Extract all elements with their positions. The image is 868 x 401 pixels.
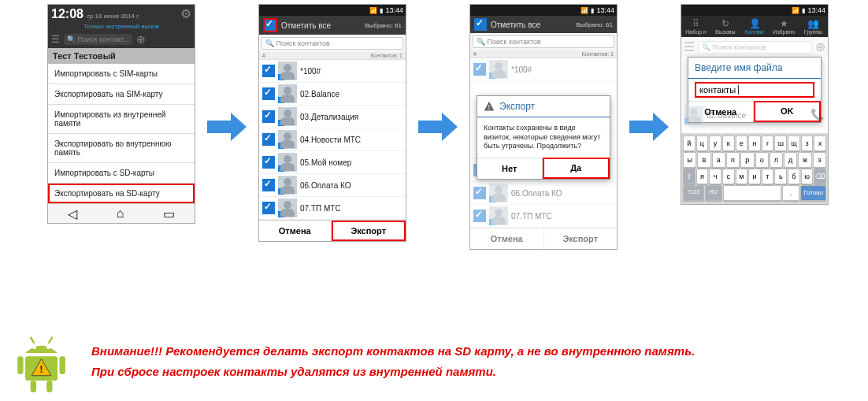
key[interactable]: м [736, 169, 748, 184]
lang-key[interactable]: RU [705, 185, 722, 201]
recent-icon[interactable]: ▭ [163, 206, 175, 221]
search-input[interactable]: 🔍 Поиск контактов [262, 37, 403, 50]
key[interactable]: б [788, 169, 800, 184]
cancel-button[interactable]: Отмена [259, 221, 332, 241]
avatar [278, 199, 297, 217]
key[interactable]: ц [696, 136, 709, 151]
search-input[interactable]: 🔍 Поиск контактов [473, 35, 614, 48]
key[interactable]: й [683, 136, 696, 151]
search-row: 🔍 Поиск контактов [470, 33, 617, 50]
filename-input[interactable]: контакты [695, 82, 814, 98]
dialog-title: Введите имя файла [688, 58, 821, 79]
done-key[interactable]: Готово [800, 185, 826, 201]
contact-row[interactable]: 05.Мой номер [259, 151, 406, 174]
list-icon[interactable]: ☰ [684, 39, 695, 54]
battery-icon: ▮ [380, 7, 383, 14]
avatar [278, 130, 297, 149]
key[interactable]: а [712, 152, 725, 168]
key[interactable]: у [709, 136, 721, 151]
contact-row[interactable]: 02.Balance [259, 83, 406, 106]
menu-import-sim[interactable]: Импортировать с SIM-карты [48, 64, 195, 84]
contact-row[interactable]: 07.ТП МТС [259, 197, 406, 220]
person-icon: 👤 [740, 18, 769, 29]
key[interactable]: в [697, 152, 710, 168]
clock: 12:08 [51, 7, 83, 21]
footer-buttons: Отмена Экспорт [259, 220, 406, 241]
checkbox[interactable] [262, 156, 275, 169]
search-input[interactable]: 🔍 Поиск контакт... [64, 34, 132, 45]
dialog-no-button[interactable]: Нет [477, 158, 543, 179]
add-icon[interactable]: ⊕ [136, 33, 146, 46]
call-icon[interactable]: 📞 [811, 108, 825, 122]
key[interactable]: о [755, 152, 769, 168]
space-key[interactable] [723, 185, 781, 201]
menu-export-internal[interactable]: Экспортировать во внутреннюю память [48, 134, 195, 163]
key[interactable]: г [762, 136, 774, 151]
key[interactable]: щ [788, 136, 800, 151]
key[interactable]: ш [774, 136, 787, 151]
key[interactable]: п [726, 152, 740, 168]
svg-rect-7 [60, 356, 65, 374]
backspace-key[interactable]: ⌫ [814, 169, 826, 184]
avatar [278, 107, 297, 126]
checkbox[interactable] [262, 202, 275, 214]
menu-import-sd[interactable]: Импортировать с SD-карты [48, 163, 195, 184]
key[interactable]: я [696, 169, 709, 184]
arrow-icon [414, 110, 462, 144]
checkbox[interactable] [262, 110, 275, 123]
tab-contacts[interactable]: 👤Контакт [740, 16, 769, 37]
key[interactable]: д [784, 152, 797, 168]
sym-key[interactable]: ?123 [683, 185, 704, 201]
clock-icon: ↻ [710, 18, 740, 29]
key[interactable]: т [762, 169, 774, 184]
contact-row[interactable]: 04.Новости МТС [259, 128, 406, 151]
key[interactable]: р [740, 152, 754, 168]
menu-import-internal[interactable]: Импортировать из внутренней памяти [48, 105, 195, 134]
list-icon[interactable]: ☰ [51, 34, 60, 45]
checkbox[interactable] [262, 179, 275, 191]
shift-key[interactable]: ⇧ [683, 169, 696, 184]
key[interactable]: ы [683, 152, 696, 168]
checkbox[interactable] [262, 65, 275, 77]
menu-export-sd[interactable]: Экспортировать на SD-карту [48, 184, 195, 203]
contact-row[interactable]: *100# [259, 60, 406, 83]
dot-key[interactable]: . [782, 185, 799, 201]
statusbar: 📶 ▮ 13:44 [681, 5, 828, 16]
key[interactable]: л [770, 152, 783, 168]
key[interactable]: с [722, 169, 735, 184]
tab-favorites[interactable]: ★Избранн [770, 16, 799, 37]
select-all-checkbox[interactable] [263, 18, 277, 32]
key[interactable]: ж [798, 152, 811, 168]
key[interactable]: ю [801, 169, 814, 184]
tab-dialer[interactable]: ⠿Набор н [681, 16, 710, 37]
home-icon[interactable]: ⌂ [117, 206, 124, 221]
gear-icon[interactable]: ⚙ [180, 6, 191, 21]
key[interactable]: з [801, 136, 814, 151]
warning-note: ! Внимание!!! Рекомендуется делать экспо… [11, 332, 695, 396]
contact-row[interactable]: 06.Оплата КО [259, 174, 406, 197]
key[interactable]: ч [709, 169, 721, 184]
checkbox[interactable] [262, 87, 275, 100]
tabs: ⠿Набор н ↻Вызовы 👤Контакт ★Избранн 👥Груп… [681, 16, 828, 37]
export-button[interactable]: Экспорт [332, 221, 406, 241]
back-icon[interactable]: ◁ [68, 206, 77, 221]
tab-groups[interactable]: 👥Группы [799, 16, 828, 37]
key[interactable]: к [722, 136, 735, 151]
clock: 13:44 [807, 6, 825, 14]
select-all-checkbox[interactable] [474, 18, 487, 31]
tab-calls[interactable]: ↻Вызовы [710, 16, 740, 37]
context-menu: Импортировать с SIM-карты Экспортировать… [48, 64, 195, 203]
dialog-yes-button[interactable]: Да [543, 158, 610, 179]
key[interactable]: и [748, 169, 761, 184]
key[interactable]: е [736, 136, 748, 151]
search-input[interactable]: 🔍 Поиск контактов [698, 41, 812, 54]
key[interactable]: н [748, 136, 761, 151]
menu-export-sim[interactable]: Экспортировать на SIM-карту [48, 84, 195, 105]
key[interactable]: ь [774, 169, 787, 184]
checkbox[interactable] [262, 133, 275, 146]
key[interactable]: э [813, 152, 826, 168]
footer-buttons: Отмена Экспорт [470, 228, 617, 249]
add-icon[interactable]: ⊕ [815, 39, 825, 54]
contact-row[interactable]: 03.Детализация [259, 106, 406, 128]
key[interactable]: х [814, 136, 826, 151]
